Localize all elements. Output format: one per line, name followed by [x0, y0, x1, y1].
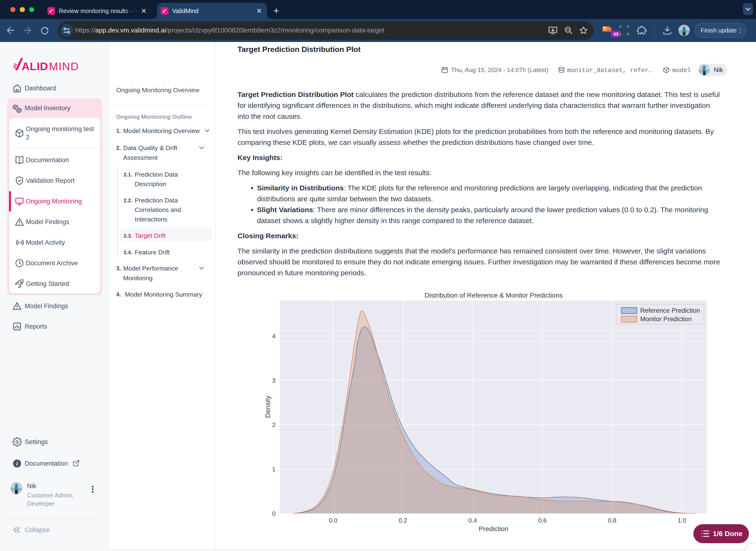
- svg-text:1: 1: [272, 466, 275, 473]
- svg-text:0: 0: [272, 510, 275, 517]
- svg-text:Reference Prediction: Reference Prediction: [640, 307, 700, 314]
- svg-text:i: i: [16, 460, 18, 467]
- svg-text:1.0: 1.0: [678, 517, 686, 524]
- svg-text:0.2: 0.2: [399, 517, 407, 524]
- svg-text:Prediction: Prediction: [479, 525, 509, 533]
- svg-text:Density: Density: [264, 396, 271, 418]
- svg-text:0.6: 0.6: [538, 517, 547, 524]
- svg-text:Distribution of Reference & Mo: Distribution of Reference & Monitor Pred…: [425, 292, 563, 299]
- svg-text:3: 3: [272, 377, 275, 384]
- svg-text:MIND: MIND: [49, 60, 78, 73]
- svg-text:2: 2: [272, 421, 275, 428]
- svg-text:4: 4: [272, 333, 275, 340]
- svg-text:0.8: 0.8: [608, 517, 616, 524]
- svg-text:ALID: ALID: [22, 60, 48, 73]
- svg-text:0.0: 0.0: [329, 517, 337, 524]
- svg-text:0.4: 0.4: [468, 517, 477, 524]
- svg-text:Monitor Prediction: Monitor Prediction: [640, 316, 692, 323]
